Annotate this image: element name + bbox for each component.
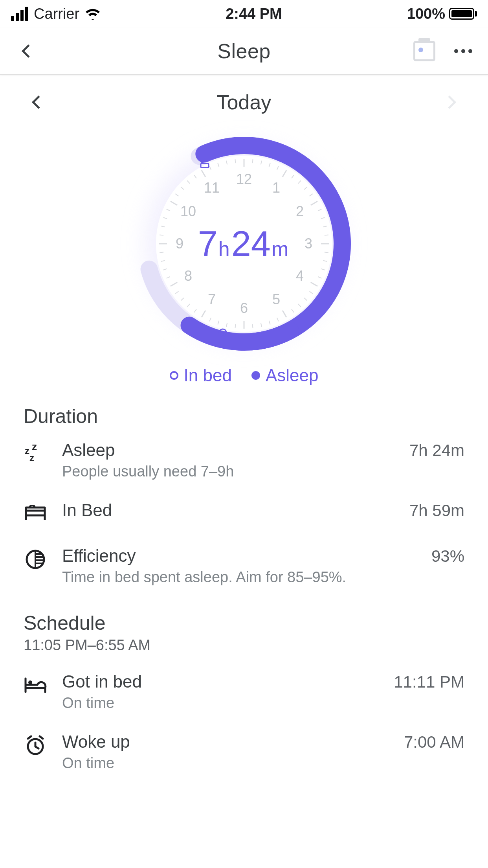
clock-number: 8 xyxy=(184,268,192,284)
row-sub: On time xyxy=(62,755,389,772)
nav-header: Sleep xyxy=(0,28,488,75)
chevron-left-icon xyxy=(22,44,35,58)
row-value: 93% xyxy=(431,547,464,566)
battery-icon xyxy=(449,8,477,20)
row-title: In Bed xyxy=(62,500,394,520)
clock-number: 9 xyxy=(176,235,183,252)
clock-number: 11 xyxy=(204,180,220,196)
row-sub: People usually need 7–9h xyxy=(62,463,394,480)
row-value: 7h 59m xyxy=(409,501,464,520)
row-title: Woke up xyxy=(62,732,389,752)
svg-line-46 xyxy=(160,252,163,253)
carrier-label: Carrier xyxy=(34,6,79,22)
solid-dot-icon xyxy=(251,371,260,380)
battery-percent: 100% xyxy=(407,6,445,22)
svg-line-48 xyxy=(160,235,163,235)
row-got-in-bed[interactable]: Got in bed On time 11:11 PM xyxy=(24,662,464,722)
alarm-icon xyxy=(24,734,47,757)
clock-number: 3 xyxy=(305,235,312,252)
row-sub: Time in bed spent asleep. Aim for 85–95%… xyxy=(62,569,416,586)
chevron-left-icon xyxy=(32,96,45,109)
legend-in-bed: In bed xyxy=(170,366,232,385)
row-value: 7h 24m xyxy=(409,441,464,460)
zzz-icon: zzz xyxy=(24,442,47,465)
section-title-duration: Duration xyxy=(24,405,464,428)
svg-line-18 xyxy=(325,252,328,253)
svg-point-72 xyxy=(28,680,32,684)
schedule-range: 11:05 PM–6:55 AM xyxy=(24,637,464,654)
sleep-clock-chart: 121234567891011 7h24m xyxy=(134,134,354,354)
hollow-dot-icon xyxy=(170,371,178,380)
day-nav: Today xyxy=(0,75,488,122)
row-woke-up[interactable]: Woke up On time 7:00 AM xyxy=(24,722,464,782)
status-time: 2:44 PM xyxy=(226,6,282,22)
row-title: Got in bed xyxy=(62,672,379,691)
row-title: Asleep xyxy=(62,440,394,460)
svg-text:z: z xyxy=(32,443,37,452)
svg-line-31 xyxy=(253,324,253,328)
duration-section: Duration zzz Asleep People usually need … xyxy=(0,397,488,596)
schedule-section: Schedule 11:05 PM–6:55 AM Got in bed On … xyxy=(0,596,488,782)
status-bar: Carrier 2:44 PM 100% xyxy=(0,0,488,28)
chevron-right-icon xyxy=(443,96,456,109)
clock-number: 4 xyxy=(296,268,304,284)
row-value: 11:11 PM xyxy=(394,673,464,691)
row-title: Efficiency xyxy=(62,546,416,566)
clock-number: 10 xyxy=(180,203,196,220)
section-title-schedule: Schedule xyxy=(24,612,464,634)
chart-legend: In bed Asleep xyxy=(0,358,488,397)
next-day-button[interactable] xyxy=(438,91,460,113)
svg-line-33 xyxy=(235,324,235,328)
legend-asleep: Asleep xyxy=(251,366,319,385)
clock-number: 1 xyxy=(272,180,280,196)
row-efficiency[interactable]: Efficiency Time in bed spent asleep. Aim… xyxy=(24,536,464,596)
clock-number: 5 xyxy=(272,291,280,308)
svg-text:z: z xyxy=(29,452,34,463)
bed-icon xyxy=(24,502,47,526)
svg-text:z: z xyxy=(25,445,29,456)
svg-point-66 xyxy=(201,162,204,164)
day-label: Today xyxy=(217,90,272,114)
back-button[interactable] xyxy=(16,39,41,64)
got-in-bed-icon xyxy=(24,673,47,697)
wifi-icon xyxy=(85,8,101,20)
row-value: 7:00 AM xyxy=(404,733,464,752)
prev-day-button[interactable] xyxy=(28,91,50,113)
page-title: Sleep xyxy=(217,39,271,63)
svg-line-16 xyxy=(325,235,328,235)
clock-number: 7 xyxy=(208,291,216,308)
signal-icon xyxy=(11,7,28,21)
row-sub: On time xyxy=(62,695,379,712)
calendar-icon[interactable] xyxy=(413,41,435,61)
svg-line-3 xyxy=(253,159,253,163)
clock-number: 12 xyxy=(236,171,252,188)
svg-line-61 xyxy=(235,159,235,163)
more-button[interactable] xyxy=(454,49,472,53)
efficiency-icon xyxy=(24,548,47,571)
sleep-total-label: 7h24m xyxy=(198,224,290,264)
clock-number: 6 xyxy=(240,300,248,316)
row-asleep[interactable]: zzz Asleep People usually need 7–9h 7h 2… xyxy=(24,430,464,490)
row-in-bed[interactable]: In Bed 7h 59m xyxy=(24,490,464,536)
clock-number: 2 xyxy=(296,203,304,220)
